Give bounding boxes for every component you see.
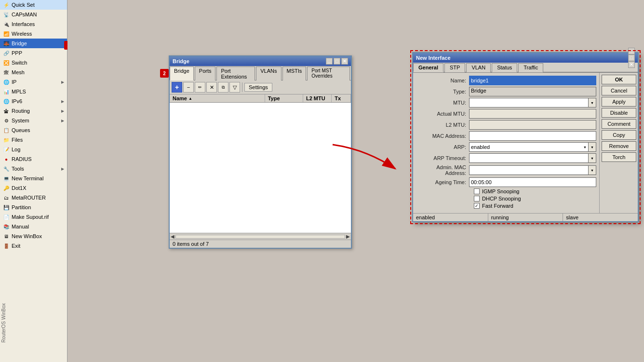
filter-button[interactable]: ▽ <box>229 82 240 93</box>
name-input[interactable] <box>469 76 596 85</box>
sidebar-item-new-winbox[interactable]: 🖥 New WinBox <box>0 231 67 241</box>
sidebar-item-label: Bridge <box>12 40 27 46</box>
sidebar-item-new-terminal[interactable]: 💻 New Terminal <box>0 174 67 183</box>
tab-vlans[interactable]: VLANs <box>256 67 281 80</box>
tab-bridge[interactable]: Bridge <box>170 67 194 80</box>
sidebar-item-ipv6[interactable]: 🌐 IPv6 ▶ <box>0 96 67 106</box>
ni-tab-traffic[interactable]: Traffic <box>518 63 543 72</box>
sidebar-item-tools[interactable]: 🔧 Tools ▶ <box>0 164 67 174</box>
tab-port-extensions[interactable]: Port Extensions <box>216 67 255 80</box>
close-button[interactable]: ✕ <box>341 58 348 65</box>
remove-button[interactable]: − <box>183 82 194 93</box>
sidebar-item-log[interactable]: 📝 Log <box>0 145 67 154</box>
col-type[interactable]: Type <box>265 94 303 102</box>
disable-button[interactable]: ✕ <box>206 82 217 93</box>
ni-buttons-panel: OK Cancel Apply Disable Comment Copy Rem… <box>599 73 638 213</box>
edit-button[interactable]: ✏ <box>195 82 205 93</box>
arp-select[interactable]: enabled ▼ <box>469 142 589 152</box>
ni-tab-general[interactable]: General <box>413 63 443 72</box>
scroll-track[interactable] <box>175 235 345 239</box>
sidebar-item-radius[interactable]: ● RADIUS <box>0 154 67 164</box>
arp-timeout-input[interactable] <box>469 153 589 163</box>
disable-button[interactable]: Disable <box>602 108 636 118</box>
quickset-icon: ⚡ <box>3 1 10 8</box>
mtu-input[interactable] <box>469 98 589 107</box>
sidebar-item-quickset[interactable]: ⚡ Quick Set <box>0 0 67 10</box>
sidebar-item-mesh[interactable]: 🕸 Mesh <box>0 67 67 77</box>
mtu-dropdown-button[interactable]: ▼ <box>589 98 596 107</box>
sidebar-item-dot1x[interactable]: 🔑 Dot1X <box>0 183 67 193</box>
tab-mstis[interactable]: MSTIs <box>282 67 307 80</box>
sidebar-item-ppp[interactable]: 🔗 PPP <box>0 48 67 58</box>
sidebar-item-wireless[interactable]: 📶 Wireless <box>0 29 67 39</box>
sidebar-item-partition[interactable]: 💾 Partition <box>0 202 67 212</box>
maximize-button[interactable]: □ <box>334 58 340 65</box>
sidebar-item-system[interactable]: ⚙ System ▶ <box>0 116 67 125</box>
actual-mtu-input[interactable] <box>469 109 596 119</box>
form-row-l2mtu: L2 MTU: <box>416 120 596 130</box>
sidebar-item-label: Routing <box>12 108 30 114</box>
arp-extra-button[interactable]: ▼ <box>589 142 596 152</box>
expand-arrow: ▶ <box>61 167 64 171</box>
ni-tab-vlan[interactable]: VLAN <box>466 63 491 72</box>
sidebar-item-mpls[interactable]: 📊 MPLS <box>0 87 67 96</box>
fast-forward-checkbox[interactable] <box>474 203 480 209</box>
sidebar-item-ip[interactable]: 🌐 IP ▶ <box>0 77 67 87</box>
mtu-dropdown-arrow: ▼ <box>590 101 594 105</box>
tab-port-mst-overrides[interactable]: Port MST Overrides <box>307 67 350 80</box>
type-value: Bridge <box>469 87 596 96</box>
admin-mac-input[interactable] <box>469 165 589 175</box>
sidebar-item-label: RADIUS <box>12 156 32 162</box>
terminal-icon: 💻 <box>3 175 10 182</box>
minimize-button[interactable]: _ <box>326 58 333 65</box>
sidebar-item-capsman[interactable]: 📡 CAPsMAN <box>0 10 67 19</box>
ni-body: Name: Type: Bridge MTU: ▼ <box>413 73 638 213</box>
sidebar-item-files[interactable]: 📁 Files <box>0 135 67 145</box>
mac-input[interactable] <box>469 131 596 141</box>
sidebar-item-manual[interactable]: 📚 Manual <box>0 222 67 231</box>
remove-button[interactable]: Remove <box>602 141 636 151</box>
add-button[interactable]: + <box>172 82 182 93</box>
tab-ports[interactable]: Ports <box>195 67 216 80</box>
sidebar-item-metarouter[interactable]: 🗂 MetaROUTER <box>0 193 67 202</box>
dhcp-checkbox[interactable] <box>474 196 480 201</box>
sidebar-item-supout[interactable]: 📄 Make Supout.rif <box>0 212 67 222</box>
sidebar-item-bridge[interactable]: 🌉 Bridge <box>0 39 67 48</box>
new-interface-window: New Interface _ □ ✕ General STP VLAN Sta… <box>412 52 639 222</box>
sidebar-item-label: Dot1X <box>12 185 27 191</box>
sidebar-item-queues[interactable]: 📋 Queues <box>0 125 67 135</box>
sidebar-item-routing[interactable]: 🛣 Routing ▶ <box>0 106 67 116</box>
col-tx[interactable]: Tx <box>332 94 351 102</box>
l2mtu-input[interactable] <box>469 120 596 130</box>
ni-tab-status[interactable]: Status <box>492 63 517 72</box>
ni-tab-stp[interactable]: STP <box>444 63 465 72</box>
col-name[interactable]: Name ▲ <box>170 94 265 102</box>
apply-button[interactable]: Apply <box>602 97 636 107</box>
type-label: Type: <box>416 89 469 94</box>
ni-minimize-button[interactable]: _ <box>628 48 635 54</box>
copy-button[interactable]: ⧉ <box>218 82 228 93</box>
settings-button[interactable]: Settings <box>244 83 272 92</box>
comment-button[interactable]: Comment <box>602 119 636 129</box>
copy-button[interactable]: Copy <box>602 130 636 140</box>
col-l2mtu[interactable]: L2 MTU <box>303 94 332 102</box>
ni-close-button[interactable]: ✕ <box>628 61 635 68</box>
torch-button[interactable]: Torch <box>602 152 636 162</box>
horizontal-scrollbar[interactable]: ◀ ▶ <box>170 233 351 240</box>
sidebar-item-exit[interactable]: 🚪 Exit <box>0 241 67 251</box>
arp-timeout-dropdown[interactable]: ▼ <box>589 153 596 163</box>
ni-maximize-button[interactable]: □ <box>628 54 635 61</box>
sidebar-item-switch[interactable]: 🔀 Switch <box>0 58 67 67</box>
ok-button[interactable]: OK <box>602 75 636 84</box>
form-row-actual-mtu: Actual MTU: <box>416 109 596 119</box>
badge-2: 2 <box>160 69 169 78</box>
ageing-time-input[interactable] <box>469 177 596 187</box>
sidebar-item-interfaces[interactable]: 🔌 Interfaces <box>0 19 67 29</box>
exit-icon: 🚪 <box>3 242 10 249</box>
igmp-checkbox[interactable] <box>474 188 480 194</box>
dhcp-label: DHCP Snooping <box>482 196 521 201</box>
new-interface-title: New Interface _ □ ✕ <box>413 53 638 63</box>
sidebar-item-label: Partition <box>12 204 31 210</box>
admin-mac-dropdown[interactable]: ▼ <box>589 165 596 175</box>
cancel-button[interactable]: Cancel <box>602 86 636 95</box>
